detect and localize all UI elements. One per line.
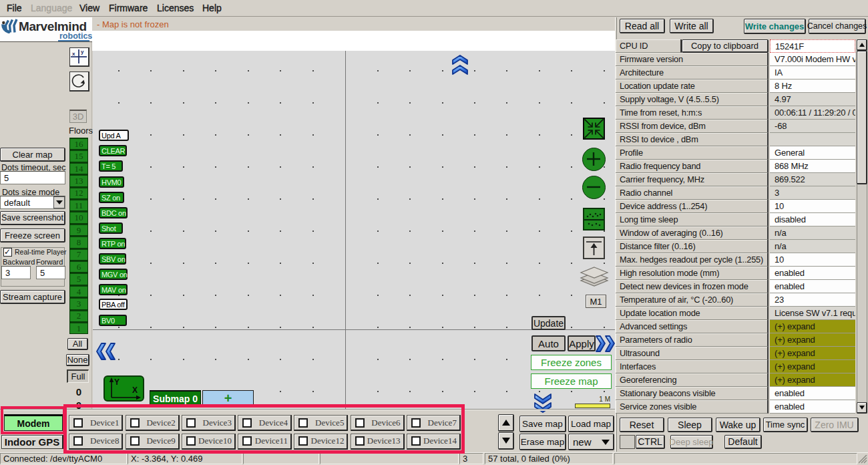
svg-text:y: y	[81, 49, 84, 55]
svg-text:X: X	[132, 385, 138, 395]
svg-text:Y: Y	[114, 377, 120, 387]
svg-text:x: x	[72, 51, 75, 57]
